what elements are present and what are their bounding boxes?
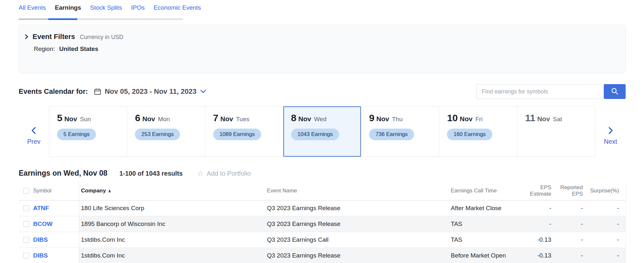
next-week-button[interactable]: Next — [595, 106, 626, 157]
search-button[interactable] — [604, 84, 626, 99]
tab-stock-splits[interactable]: Stock Splits — [90, 4, 122, 11]
tab-earnings[interactable]: Earnings — [55, 4, 81, 11]
symbol-link[interactable]: DIBS — [33, 236, 48, 243]
surprise-cell: - — [584, 216, 626, 232]
header-surprise[interactable]: Surprise(%) — [584, 181, 626, 200]
results-count: 1-100 of 1043 results — [119, 170, 183, 177]
tab-track-rest — [77, 18, 183, 20]
row-checkbox[interactable] — [23, 205, 29, 211]
eps-estimate-cell: - — [523, 200, 552, 216]
tab-economic-events[interactable]: Economic Events — [154, 4, 201, 11]
chevron-down-icon[interactable] — [200, 90, 206, 93]
day-date: 5NovSun — [57, 112, 127, 123]
calendar-range-group: Events Calendar for: Nov 05, 2023 - Nov … — [19, 87, 206, 96]
symbol-header-label: Symbol — [33, 188, 52, 194]
day-cards: 5NovSun 5 Earnings 6NovMon 253 Earnings … — [49, 106, 595, 157]
row-checkbox[interactable] — [23, 237, 29, 243]
tab-ipos[interactable]: IPOs — [131, 4, 145, 11]
day-card-nov-5[interactable]: 5NovSun 5 Earnings — [49, 106, 127, 157]
event-name-cell: Q3 2023 Earnings Release — [267, 216, 449, 232]
day-date: 8NovWed — [291, 112, 361, 123]
table-row: BCOW 1895 Bancorp of Wisconsin Inc Q3 20… — [19, 216, 626, 232]
call-time-cell: Before Market Open — [449, 248, 523, 263]
earnings-count-pill: 736 Earnings — [369, 129, 414, 140]
tab-scrollbar-thumb[interactable] — [19, 18, 48, 20]
table-row: DIBS 1stdibs.Com Inc Q3 2023 Earnings Ca… — [19, 232, 626, 248]
symbol-link[interactable]: ATNF — [33, 205, 49, 212]
star-icon: ☆ — [197, 169, 204, 178]
day-card-nov-8-selected[interactable]: 8NovWed 1043 Earnings — [283, 106, 361, 157]
company-cell: 180 Life Sciences Corp — [79, 200, 267, 216]
symbol-cell: BCOW — [19, 216, 79, 232]
reported-eps-cell: - — [552, 200, 584, 216]
day-card-nov-7[interactable]: 7NovTues 1089 Earnings — [205, 106, 283, 157]
week-strip: Prev 5NovSun 5 Earnings 6NovMon 253 Earn… — [19, 106, 626, 157]
search-input[interactable] — [476, 84, 604, 99]
eps-estimate-cell: - — [523, 216, 552, 232]
day-card-nov-10[interactable]: 10NovFri 160 Earnings — [439, 106, 517, 157]
header-event-name[interactable]: Event Name — [267, 181, 449, 200]
calendar-heading: Events Calendar for: — [19, 87, 88, 96]
header-reported-eps[interactable]: Reported EPS — [552, 181, 584, 200]
day-card-nov-6[interactable]: 6NovMon 253 Earnings — [127, 106, 205, 157]
header-earnings-call-time[interactable]: Earnings Call Time — [449, 181, 523, 200]
event-filters-title: Event Filters — [33, 33, 75, 41]
active-tab-indicator — [48, 18, 77, 20]
event-filters-header[interactable]: Event Filters Currency in USD — [24, 33, 620, 41]
day-card-nov-9[interactable]: 9NovThu 736 Earnings — [361, 106, 439, 157]
eps-estimate-cell: -0.13 — [523, 232, 552, 248]
surprise-cell: - — [584, 232, 626, 248]
day-date: 10NovFri — [447, 112, 517, 123]
tab-scrollbar-track[interactable] — [19, 18, 183, 20]
chevron-right-icon — [24, 34, 29, 41]
reported-eps-cell: - — [552, 216, 584, 232]
day-date: 7NovTues — [213, 112, 283, 123]
table-row: ATNF 180 Life Sciences Corp Q3 2023 Earn… — [19, 200, 626, 216]
select-all-checkbox[interactable] — [23, 188, 29, 194]
earnings-count-pill: 5 Earnings — [57, 129, 96, 140]
earnings-calendar-page: All Events Earnings Stock Splits IPOs Ec… — [0, 0, 644, 263]
day-date: 9NovThu — [369, 112, 439, 123]
call-time-cell: TAS — [449, 216, 523, 232]
symbol-cell: ATNF — [19, 200, 79, 216]
date-range-label[interactable]: Nov 05, 2023 - Nov 11, 2023 — [105, 87, 196, 96]
row-checkbox[interactable] — [23, 221, 29, 227]
day-card-nov-11[interactable]: 11NovSat — [517, 106, 595, 157]
add-to-portfolio-button[interactable]: ☆ Add to Portfolio — [197, 169, 251, 178]
symbol-cell: DIBS — [19, 248, 79, 263]
header-eps-estimate[interactable]: EPS Estimate — [523, 181, 552, 200]
company-cell: 1stdibs.Com Inc — [79, 248, 267, 263]
event-type-tabs: All Events Earnings Stock Splits IPOs Ec… — [19, 4, 626, 11]
region-row: Region: United States — [24, 45, 620, 53]
tab-all-events[interactable]: All Events — [19, 4, 46, 11]
event-name-cell: Q3 2023 Earnings Release — [267, 200, 449, 216]
eps-estimate-cell: -0.13 — [523, 248, 552, 263]
call-time-cell: TAS — [449, 232, 523, 248]
symbol-link[interactable]: DIBS — [33, 252, 48, 259]
sort-asc-icon: ∧ — [108, 189, 111, 193]
row-checkbox[interactable] — [23, 253, 29, 258]
calendar-header-row: Events Calendar for: Nov 05, 2023 - Nov … — [19, 84, 626, 99]
prev-week-button[interactable]: Prev — [19, 106, 49, 157]
table-header-row: Symbol Company∧ Event Name Earnings Call… — [19, 181, 626, 200]
currency-note: Currency in USD — [80, 34, 123, 41]
symbol-search — [476, 84, 626, 99]
symbol-link[interactable]: BCOW — [33, 220, 52, 228]
earnings-count-pill: 1089 Earnings — [213, 129, 261, 140]
surprise-cell: - — [584, 248, 626, 263]
event-filters-panel: Event Filters Currency in USD Region: Un… — [19, 25, 626, 73]
add-to-portfolio-label: Add to Portfolio — [207, 170, 251, 177]
search-icon — [611, 87, 619, 96]
earnings-count-pill: 160 Earnings — [447, 129, 492, 140]
table-row: DIBS 1stdibs.Com Inc Q3 2023 Earnings Re… — [19, 248, 626, 263]
event-name-cell: Q3 2023 Earnings Call — [267, 232, 449, 248]
day-date: 6NovMon — [135, 112, 205, 123]
region-value: United States — [59, 45, 98, 52]
header-company-sorted[interactable]: Company∧ — [79, 181, 267, 200]
next-label: Next — [604, 138, 617, 145]
reported-eps-cell: - — [552, 248, 584, 263]
chevron-left-icon — [30, 126, 37, 136]
prev-label: Prev — [27, 138, 40, 145]
company-cell: 1stdibs.Com Inc — [79, 232, 267, 248]
event-name-cell: Q3 2023 Earnings Release — [267, 248, 449, 263]
